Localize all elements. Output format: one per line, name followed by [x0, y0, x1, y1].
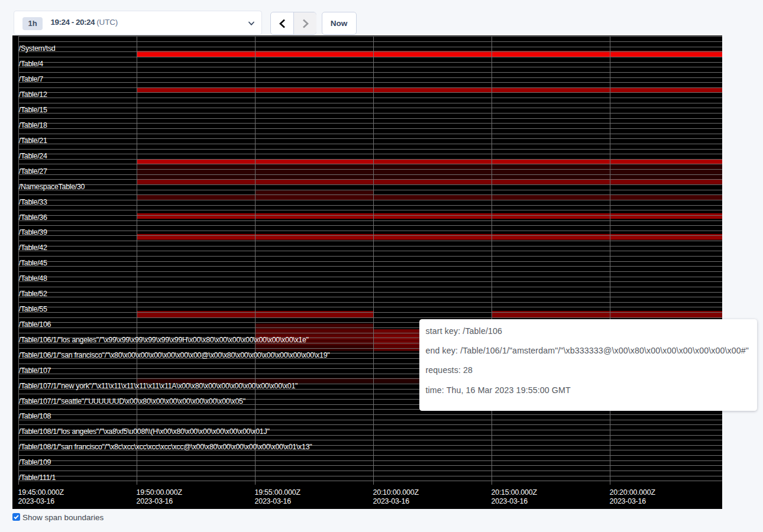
svg-text:/Table/48: /Table/48 [19, 274, 47, 283]
svg-text:2023-03-16: 2023-03-16 [18, 497, 55, 505]
svg-text:/Table/106/1/"san francisco"/": /Table/106/1/"san francisco"/"\x80\x00\x… [19, 351, 330, 359]
svg-text:/Table/7: /Table/7 [19, 75, 44, 83]
svg-text:/Table/15: /Table/15 [19, 106, 47, 114]
svg-text:/NamespaceTable/30: /NamespaceTable/30 [19, 183, 85, 191]
svg-text:2023-03-16: 2023-03-16 [255, 497, 292, 505]
svg-text:/Table/55: /Table/55 [19, 305, 47, 313]
svg-text:/Table/111/1: /Table/111/1 [19, 473, 56, 482]
svg-text:/Table/107/1/"seattle"/"UUUUUU: /Table/107/1/"seattle"/"UUUUUUD\x00\x80\… [19, 397, 245, 406]
svg-text:2023-03-16: 2023-03-16 [492, 497, 528, 505]
svg-text:/Table/45: /Table/45 [19, 259, 47, 267]
svg-text:/Table/108/1/"los angeles"/"\x: /Table/108/1/"los angeles"/"\xa8\xf5\u00… [19, 427, 270, 436]
svg-text:/Table/24: /Table/24 [19, 152, 47, 160]
svg-text:/System/tsd: /System/tsd [19, 44, 56, 53]
svg-text:/Table/109: /Table/109 [19, 458, 51, 466]
svg-text:/Table/12: /Table/12 [19, 90, 47, 99]
svg-text:/Table/107: /Table/107 [19, 366, 51, 375]
svg-text:2023-03-16: 2023-03-16 [610, 497, 646, 505]
svg-text:/Table/52: /Table/52 [19, 290, 47, 298]
svg-text:19:45:00.000Z: 19:45:00.000Z [18, 488, 64, 497]
svg-text:/Table/27: /Table/27 [19, 167, 47, 176]
svg-text:20:20:00.000Z: 20:20:00.000Z [610, 488, 656, 497]
svg-text:/Table/4: /Table/4 [19, 60, 44, 68]
svg-text:/Table/36: /Table/36 [19, 213, 47, 222]
svg-text:/Table/107/1/"new york"/"\x11\: /Table/107/1/"new york"/"\x11\x11\x11\x1… [19, 382, 298, 390]
svg-text:/Table/106/1/"los angeles"/"\x: /Table/106/1/"los angeles"/"\x99\x99\x99… [19, 336, 309, 344]
svg-text:/Table/33: /Table/33 [19, 198, 47, 206]
svg-text:19:50:00.000Z: 19:50:00.000Z [137, 488, 183, 497]
svg-text:/Table/21: /Table/21 [19, 137, 47, 145]
svg-text:/Table/18: /Table/18 [19, 121, 47, 129]
svg-text:/Table/42: /Table/42 [19, 244, 47, 252]
svg-text:/Table/108/1/"san francisco"/": /Table/108/1/"san francisco"/"\x8c\xcc\x… [19, 443, 312, 451]
svg-text:20:15:00.000Z: 20:15:00.000Z [492, 488, 538, 497]
svg-text:2023-03-16: 2023-03-16 [137, 497, 173, 505]
svg-text:/Table/39: /Table/39 [19, 228, 47, 236]
svg-text:19:55:00.000Z: 19:55:00.000Z [255, 488, 301, 497]
svg-text:/Table/106: /Table/106 [19, 320, 51, 329]
svg-text:2023-03-16: 2023-03-16 [373, 497, 410, 505]
svg-text:20:10:00.000Z: 20:10:00.000Z [373, 488, 419, 497]
svg-text:/Table/108: /Table/108 [19, 412, 51, 420]
